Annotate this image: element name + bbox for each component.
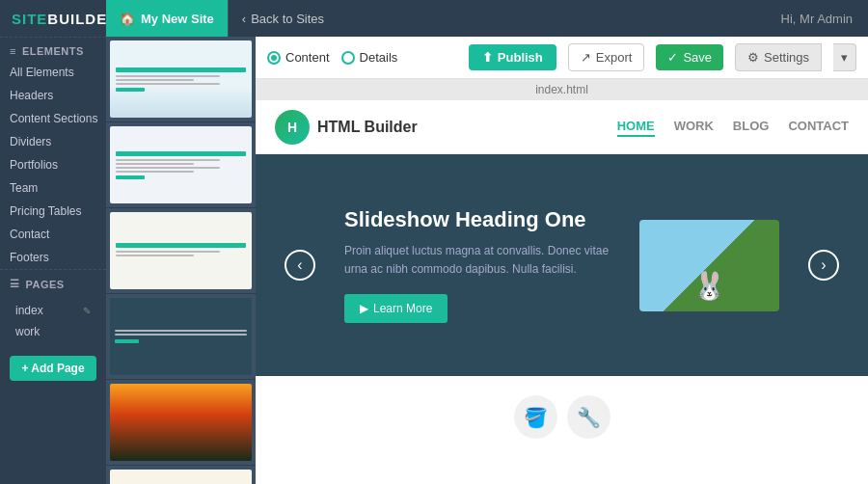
hero-prev-button[interactable]: ‹ bbox=[285, 250, 315, 281]
hero-image: 🐰 bbox=[639, 220, 779, 311]
main-layout: ≡ ELEMENTS All Elements Headers Content … bbox=[0, 37, 868, 484]
export-button[interactable]: ↗ Export bbox=[568, 43, 645, 71]
hero-image-placeholder: 🐰 bbox=[639, 220, 779, 311]
back-icon: ‹ bbox=[242, 12, 246, 26]
sidebar-item-headers[interactable]: Headers bbox=[0, 84, 106, 107]
logo: SITEBUILDER bbox=[0, 11, 106, 27]
save-button[interactable]: ✓ Save bbox=[656, 44, 723, 70]
sidebar-item-pricing-tables[interactable]: Pricing Tables bbox=[0, 200, 106, 223]
nav-link-work[interactable]: WORK bbox=[674, 117, 714, 137]
sidebar-item-all-elements[interactable]: All Elements bbox=[0, 61, 106, 84]
content-radio-circle bbox=[267, 51, 281, 65]
logo-symbol: H bbox=[287, 120, 297, 135]
sidebar-item-team[interactable]: Team bbox=[0, 176, 106, 200]
play-icon: ▶ bbox=[360, 302, 368, 315]
filename: index.html bbox=[535, 83, 588, 96]
site-nav: H HTML Builder HOME WORK BLOG CONTACT bbox=[256, 100, 868, 154]
template-item-5[interactable] bbox=[106, 380, 256, 466]
animal-image: 🐰 bbox=[692, 270, 726, 302]
nav-link-home[interactable]: HOME bbox=[617, 117, 655, 137]
nav-link-contact[interactable]: CONTACT bbox=[788, 117, 849, 137]
hero-content: Slideshow Heading One Proin aliquet luct… bbox=[344, 207, 610, 323]
template-panel bbox=[106, 37, 256, 484]
tools-icons: 🪣 🔧 bbox=[514, 395, 610, 439]
publish-icon: ⬆ bbox=[482, 50, 493, 65]
back-to-sites-button[interactable]: ‹ Back to Sites bbox=[228, 0, 338, 37]
page-item-work[interactable]: work bbox=[8, 321, 98, 342]
hero-title: Slideshow Heading One bbox=[344, 207, 610, 232]
tool-icon-1: 🪣 bbox=[514, 395, 557, 439]
publish-button[interactable]: ⬆ Publish bbox=[469, 44, 556, 70]
gear-icon: ⚙ bbox=[747, 50, 759, 65]
hero-learn-more-button[interactable]: ▶ Learn More bbox=[344, 294, 448, 323]
sidebar-item-contact[interactable]: Contact bbox=[0, 223, 106, 246]
nav-links: HOME WORK BLOG CONTACT bbox=[617, 117, 849, 137]
hero-section: ‹ Slideshow Heading One Proin aliquet lu… bbox=[256, 154, 868, 376]
preview-frame[interactable]: H HTML Builder HOME WORK BLOG CONTACT ‹ bbox=[256, 100, 868, 484]
template-item-2[interactable] bbox=[106, 122, 256, 208]
elements-section-title: ≡ ELEMENTS bbox=[0, 37, 106, 61]
topbar: SITEBUILDER 🏠 My New Site ‹ Back to Site… bbox=[0, 0, 868, 37]
settings-button[interactable]: ⚙ Settings bbox=[735, 43, 822, 71]
logo-site: SITE bbox=[12, 11, 47, 27]
sidebar-item-portfolios[interactable]: Portfolios bbox=[0, 153, 106, 176]
page-item-index[interactable]: index ✎ bbox=[8, 300, 98, 321]
preview-content: H HTML Builder HOME WORK BLOG CONTACT ‹ bbox=[256, 100, 868, 484]
details-radio[interactable]: Details bbox=[341, 50, 398, 65]
pages-section-title: ☰ PAGES bbox=[0, 269, 106, 294]
below-hero-section: 🪣 🔧 bbox=[256, 376, 868, 458]
file-bar: index.html bbox=[256, 79, 868, 100]
site-logo: H HTML Builder bbox=[275, 110, 617, 145]
details-radio-circle bbox=[341, 51, 355, 65]
site-name: HTML Builder bbox=[317, 119, 418, 136]
tool-icon-2: 🔧 bbox=[567, 395, 610, 439]
template-item-6[interactable] bbox=[106, 466, 256, 484]
toolbar: Content Details ⬆ Publish ↗ Export ✓ Sav… bbox=[256, 37, 868, 79]
sidebar-item-content-sections[interactable]: Content Sections bbox=[0, 107, 106, 130]
sidebar-item-footers[interactable]: Footers bbox=[0, 246, 106, 269]
template-item-4[interactable] bbox=[106, 294, 256, 380]
pages-list: index ✎ work bbox=[0, 294, 106, 348]
hero-next-button[interactable]: › bbox=[808, 250, 839, 281]
content-radio[interactable]: Content bbox=[267, 50, 330, 65]
check-icon: ✓ bbox=[667, 50, 678, 65]
builder-area: Content Details ⬆ Publish ↗ Export ✓ Sav… bbox=[256, 37, 868, 484]
settings-dropdown-button[interactable]: ▾ bbox=[833, 43, 856, 71]
menu-icon: ≡ bbox=[10, 45, 16, 57]
export-icon: ↗ bbox=[581, 50, 591, 65]
hero-text: Proin aliquet luctus magna at convallis.… bbox=[344, 242, 610, 279]
nav-link-blog[interactable]: BLOG bbox=[733, 117, 770, 137]
pages-icon: ☰ bbox=[10, 278, 20, 290]
add-page-button[interactable]: + Add Page bbox=[10, 356, 96, 381]
home-icon: 🏠 bbox=[120, 12, 135, 26]
greeting-text: Hi, Mr Admin bbox=[781, 12, 868, 26]
logo-icon: H bbox=[275, 110, 310, 145]
sidebar: ≡ ELEMENTS All Elements Headers Content … bbox=[0, 37, 106, 484]
template-item-3[interactable] bbox=[106, 208, 256, 294]
my-new-site-button[interactable]: 🏠 My New Site bbox=[106, 0, 228, 37]
sidebar-item-dividers[interactable]: Dividers bbox=[0, 130, 106, 153]
edit-icon: ✎ bbox=[83, 306, 91, 316]
template-item-1[interactable] bbox=[106, 37, 256, 122]
